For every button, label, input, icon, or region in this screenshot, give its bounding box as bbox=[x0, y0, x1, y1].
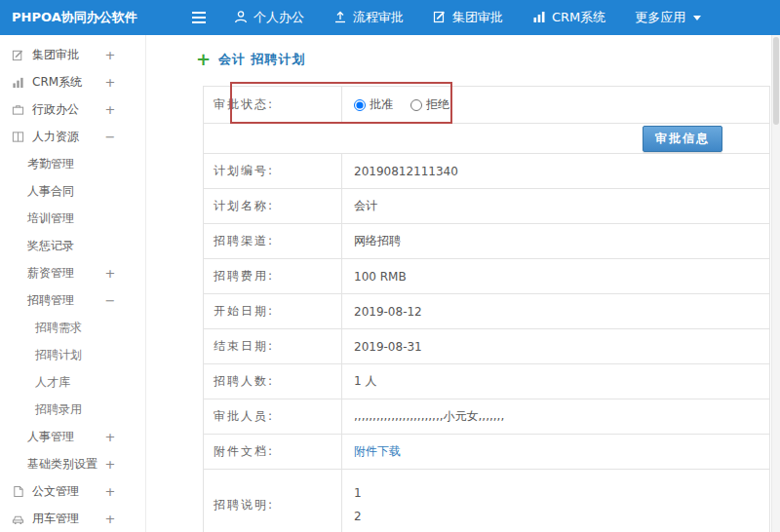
briefcase-icon bbox=[12, 103, 26, 116]
field-value: 20190812111340 bbox=[342, 154, 769, 188]
sidebar-item-label: 培训管理 bbox=[27, 210, 74, 227]
description-line: 2 bbox=[354, 507, 362, 526]
field-label: 附件文档: bbox=[204, 435, 342, 469]
sidebar-item-label: 招聘管理 bbox=[27, 292, 74, 309]
sidebar-item-recruit-plan[interactable]: 招聘计划 bbox=[0, 341, 145, 368]
sidebar-item-recruit-mgmt[interactable]: 招聘管理 − bbox=[0, 286, 145, 314]
approval-radio-group: 批准 拒绝 bbox=[354, 96, 449, 113]
plus-icon[interactable]: + bbox=[104, 266, 116, 281]
sidebar-item-vehicle[interactable]: 用车管理 + bbox=[0, 505, 145, 532]
chart-icon bbox=[532, 10, 546, 26]
sidebar-item-rewards[interactable]: 奖惩记录 bbox=[0, 232, 145, 259]
plus-icon[interactable]: + bbox=[104, 484, 116, 499]
sidebar-item-base-category[interactable]: 基础类别设置 + bbox=[0, 450, 145, 477]
field-row-headcount: 招聘人数: 1 人 bbox=[204, 364, 769, 399]
nav-label: 个人办公 bbox=[254, 9, 304, 26]
sidebar-item-training[interactable]: 培训管理 bbox=[0, 205, 145, 232]
sidebar-item-recruit-hire[interactable]: 招聘录用 bbox=[0, 396, 145, 423]
field-row-description: 招聘说明: 1 2 bbox=[204, 470, 769, 532]
scrollbar-thumb[interactable] bbox=[773, 37, 779, 125]
field-label: 计划编号: bbox=[204, 154, 342, 188]
sidebar-item-label: 招聘计划 bbox=[35, 347, 82, 363]
process-icon bbox=[333, 10, 347, 26]
nav-label: 流程审批 bbox=[353, 9, 404, 26]
sidebar-item-recruit-demand[interactable]: 招聘需求 bbox=[0, 314, 145, 341]
book-icon bbox=[12, 131, 26, 143]
field-value: 网络招聘 bbox=[342, 224, 769, 258]
field-row-channel: 招聘渠道: 网络招聘 bbox=[204, 224, 769, 259]
plus-icon[interactable]: + bbox=[104, 430, 116, 444]
field-value: 2019-08-31 bbox=[342, 329, 769, 363]
plus-icon[interactable]: + bbox=[104, 512, 116, 526]
approve-radio[interactable]: 批准 bbox=[354, 96, 393, 113]
breadcrumb: + 会计 招聘计划 bbox=[196, 51, 306, 68]
minus-icon[interactable]: − bbox=[104, 293, 116, 308]
nav-label: CRM系统 bbox=[552, 9, 605, 26]
approval-info-button[interactable]: 审批信息 bbox=[643, 126, 722, 152]
plus-icon[interactable]: + bbox=[104, 48, 116, 62]
sidebar-item-label: 人事管理 bbox=[27, 429, 74, 445]
field-row-start-date: 开始日期: 2019-08-12 bbox=[204, 294, 769, 329]
plus-icon[interactable]: + bbox=[104, 457, 116, 472]
edit-icon bbox=[12, 49, 26, 61]
reject-radio[interactable]: 拒绝 bbox=[410, 96, 449, 113]
sidebar-item-hr-contract[interactable]: 人事合同 bbox=[0, 177, 145, 205]
document-icon bbox=[12, 485, 26, 498]
field-label: 开始日期: bbox=[204, 294, 342, 328]
sidebar-item-attendance[interactable]: 考勤管理 bbox=[0, 150, 145, 177]
minus-icon[interactable]: − bbox=[104, 130, 116, 144]
description-line: 1 bbox=[354, 483, 362, 503]
reject-radio-input[interactable] bbox=[410, 99, 422, 111]
sidebar-item-admin-office[interactable]: 行政办公 + bbox=[0, 95, 145, 123]
field-value: 附件下载 bbox=[342, 435, 769, 469]
field-row-approvers: 审批人员: ,,,,,,,,,,,,,,,,,,,,,,,,小元女,,,,,,, bbox=[204, 399, 769, 435]
menu-icon[interactable] bbox=[191, 11, 207, 24]
sidebar-item-talent-pool[interactable]: 人才库 bbox=[0, 368, 145, 396]
car-icon bbox=[12, 513, 26, 525]
field-label: 审批人员: bbox=[204, 399, 342, 434]
vertical-scrollbar[interactable] bbox=[771, 35, 780, 532]
sidebar-item-documents[interactable]: 公文管理 + bbox=[0, 477, 145, 505]
sidebar-item-group-approval[interactable]: 集团审批 + bbox=[0, 41, 145, 68]
sidebar-item-label: 考勤管理 bbox=[27, 156, 74, 172]
approve-radio-input[interactable] bbox=[354, 99, 366, 111]
page-title: 会计 招聘计划 bbox=[218, 51, 306, 68]
chart-icon bbox=[12, 76, 26, 89]
radio-label: 拒绝 bbox=[426, 96, 449, 113]
field-row-cost: 招聘费用: 100 RMB bbox=[204, 259, 769, 294]
field-label: 计划名称: bbox=[204, 189, 342, 223]
nav-personal-office[interactable]: 个人办公 bbox=[234, 9, 304, 26]
sidebar-item-label: 用车管理 bbox=[32, 511, 79, 527]
sidebar-item-label: 人力资源 bbox=[32, 129, 79, 145]
add-icon: + bbox=[196, 51, 211, 68]
caret-down-icon bbox=[693, 16, 701, 20]
app-window: PHPOA协同办公软件 个人办公 流程审批 集团审批 CRM系统 更多应用 bbox=[0, 0, 780, 532]
sidebar-item-hr[interactable]: 人力资源 − bbox=[0, 123, 145, 150]
field-label: 审批状态: bbox=[204, 87, 342, 123]
field-value: ,,,,,,,,,,,,,,,,,,,,,,,,小元女,,,,,,, bbox=[342, 399, 769, 434]
sidebar-item-salary[interactable]: 薪资管理 + bbox=[0, 259, 145, 286]
edit-icon bbox=[433, 10, 447, 26]
sidebar-item-crm[interactable]: CRM系统 + bbox=[0, 68, 145, 95]
plus-icon[interactable]: + bbox=[104, 75, 116, 90]
field-label: 结束日期: bbox=[204, 329, 342, 363]
field-row-end-date: 结束日期: 2019-08-31 bbox=[204, 329, 769, 364]
sidebar-item-label: 招聘录用 bbox=[35, 401, 82, 418]
attachment-download-link[interactable]: 附件下载 bbox=[354, 443, 401, 460]
sidebar-item-label: 奖惩记录 bbox=[27, 238, 74, 254]
topbar: PHPOA协同办公软件 个人办公 流程审批 集团审批 CRM系统 更多应用 bbox=[0, 0, 780, 35]
plus-icon[interactable]: + bbox=[104, 102, 116, 117]
sidebar-item-label: 行政办公 bbox=[32, 101, 79, 118]
nav-crm-system[interactable]: CRM系统 bbox=[532, 9, 605, 26]
nav-group-approval[interactable]: 集团审批 bbox=[433, 9, 503, 26]
approval-status-row: 审批状态: 批准 拒绝 bbox=[204, 87, 769, 124]
sidebar-item-label: 招聘需求 bbox=[35, 320, 82, 336]
sidebar-item-personnel[interactable]: 人事管理 + bbox=[0, 423, 145, 450]
field-row-plan-number: 计划编号: 20190812111340 bbox=[204, 154, 769, 189]
radio-label: 批准 bbox=[370, 96, 393, 113]
sidebar-item-label: CRM系统 bbox=[32, 74, 82, 91]
nav-more-apps[interactable]: 更多应用 bbox=[635, 9, 701, 26]
nav-label: 集团审批 bbox=[452, 9, 503, 26]
button-row: 审批信息 bbox=[204, 124, 769, 154]
nav-process-approval[interactable]: 流程审批 bbox=[333, 9, 404, 26]
